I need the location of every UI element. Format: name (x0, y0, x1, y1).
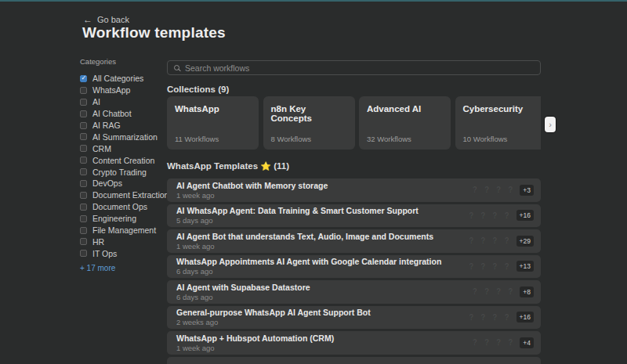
category-label: HR (92, 237, 104, 247)
ghost-node-icon: ? (492, 313, 497, 322)
ghost-node-icon: ? (469, 211, 473, 220)
category-item-ai-rag[interactable]: AI RAG (80, 120, 163, 132)
more-nodes-badge: +4 (520, 337, 534, 348)
category-checkbox[interactable] (80, 99, 87, 106)
ghost-node-icon: ? (473, 338, 477, 347)
template-row-meta: ? ? ? ? +29 (469, 236, 534, 247)
category-checkbox[interactable] (80, 250, 87, 257)
ghost-node-icon: ? (484, 186, 489, 194)
search-box[interactable] (167, 60, 541, 75)
templates-heading: WhatsApp Templates ⭐ (11) (167, 161, 289, 171)
category-checkbox[interactable] (80, 168, 87, 175)
ghost-node-icon: ? (480, 236, 485, 245)
categories-label: Categories (80, 57, 163, 66)
collection-card-count: 8 Workflows (271, 135, 347, 143)
ghost-node-icon: ? (504, 211, 509, 220)
category-label: AI Chatbot (92, 109, 132, 118)
category-item-document-ops[interactable]: Document Ops (80, 201, 163, 213)
category-checkbox[interactable] (80, 75, 87, 82)
template-row[interactable]: AI Agent Chatbot with Memory storage 1 w… (167, 178, 541, 202)
category-item-it-ops[interactable]: IT Ops (80, 247, 163, 259)
collection-card-title: n8n Key Concepts (271, 104, 347, 123)
category-item-content-creation[interactable]: Content Creation (80, 154, 163, 166)
category-checkbox[interactable] (80, 192, 87, 199)
collection-card-advanced-ai[interactable]: Advanced AI 32 Workflows (359, 96, 451, 150)
category-item-engineering[interactable]: Engineering (80, 213, 163, 225)
category-item-crm[interactable]: CRM (80, 142, 163, 154)
collection-card-count: 10 Workflows (463, 135, 539, 143)
go-back-button[interactable]: ← Go back (83, 15, 129, 24)
collection-card-title: WhatsApp (175, 104, 251, 114)
ghost-node-icon: ? (480, 262, 485, 271)
ghost-node-icon: ? (492, 211, 497, 220)
category-label: Content Creation (92, 156, 154, 165)
category-label: WhatsApp (92, 85, 130, 95)
category-item-devops[interactable]: DevOps (80, 178, 163, 189)
category-label: AI (92, 97, 100, 106)
template-row[interactable]: AI Agent with Supabase Datastore 6 days … (167, 280, 541, 304)
more-nodes-badge: +29 (516, 236, 534, 247)
category-item-document-extraction[interactable]: Document Extraction (80, 189, 163, 201)
page-title: Workflow templates (82, 24, 226, 41)
ghost-node-icon: ? (508, 186, 513, 194)
template-row-meta: ? ? ? ? +16 (469, 210, 534, 221)
category-item-all-categories[interactable]: All Categories (80, 73, 163, 85)
category-checkbox[interactable] (80, 227, 87, 234)
ghost-node-icon: ? (496, 186, 501, 194)
category-item-file-management[interactable]: File Management (80, 225, 163, 236)
category-checkbox[interactable] (80, 133, 87, 140)
ghost-node-icon: ? (508, 338, 513, 347)
template-row[interactable]: AI Agent Bot that understands Text, Audi… (167, 229, 541, 253)
category-checkbox[interactable] (80, 122, 87, 129)
collection-card-n8n-key-concepts[interactable]: n8n Key Concepts 8 Workflows (263, 96, 355, 150)
category-label: File Management (92, 225, 156, 235)
category-item-crypto-trading[interactable]: Crypto Trading (80, 166, 163, 178)
category-item-ai-summarization[interactable]: AI Summarization (80, 131, 163, 142)
search-input[interactable] (185, 63, 534, 73)
category-checkbox[interactable] (80, 157, 87, 164)
collection-card-whatsapp[interactable]: WhatsApp 11 Workflows (167, 96, 259, 150)
category-item-ai[interactable]: AI (80, 96, 163, 108)
template-row-partial[interactable] (167, 357, 541, 364)
category-label: Crypto Trading (92, 168, 147, 177)
collection-card-count: 32 Workflows (367, 135, 443, 143)
collection-card-cybersecurity[interactable]: Cybersecurity 10 Workflows (455, 96, 542, 150)
category-checkbox[interactable] (80, 204, 87, 211)
ghost-node-icon: ? (504, 236, 509, 245)
ghost-node-icon: ? (496, 338, 501, 347)
category-checkbox[interactable] (80, 110, 87, 117)
category-item-hr[interactable]: HR (80, 236, 163, 247)
category-label: All Categories (92, 74, 143, 83)
category-checkbox[interactable] (80, 145, 87, 152)
template-row[interactable]: WhatsApp + Hubspot Automation (CRM) 1 we… (167, 331, 541, 355)
template-row[interactable]: WhatsApp Appointments AI Agent with Goog… (167, 255, 541, 279)
template-row-meta: ? ? ? ? +16 (469, 312, 534, 323)
category-label: Document Extraction (92, 190, 169, 200)
show-more-categories-link[interactable]: + 17 more (80, 264, 163, 272)
ghost-node-icon: ? (504, 262, 509, 271)
category-checkbox[interactable] (80, 215, 87, 222)
collections-next-button[interactable]: › (545, 117, 556, 132)
collection-card-title: Advanced AI (367, 104, 443, 114)
collections-cards-row: WhatsApp 11 Workflows n8n Key Concepts 8… (167, 96, 541, 150)
more-nodes-badge: +8 (520, 287, 534, 297)
more-nodes-badge: +16 (516, 210, 534, 221)
template-row[interactable]: AI WhatsApp Agent: Data Training & Smart… (167, 204, 541, 228)
category-checkbox[interactable] (80, 87, 87, 94)
ghost-node-icon: ? (469, 262, 473, 271)
template-row[interactable]: General-purpose WhatsApp AI Agent Suppor… (167, 306, 541, 330)
category-label: AI Summarization (92, 132, 158, 142)
template-row-meta: ? ? ? ? +3 (473, 185, 534, 196)
more-nodes-badge: +16 (516, 312, 534, 323)
category-item-ai-chatbot[interactable]: AI Chatbot (80, 108, 163, 120)
category-checkbox[interactable] (80, 238, 87, 245)
templates-heading-count: (11) (274, 161, 289, 171)
ghost-node-icon: ? (469, 313, 473, 322)
category-item-whatsapp[interactable]: WhatsApp (80, 85, 163, 96)
ghost-node-icon: ? (492, 236, 497, 245)
category-checkbox[interactable] (80, 180, 87, 187)
template-row-meta: ? ? ? ? +8 (473, 287, 534, 297)
more-nodes-badge: +13 (516, 261, 534, 272)
ghost-node-icon: ? (469, 236, 473, 245)
more-nodes-badge: +3 (520, 185, 534, 196)
